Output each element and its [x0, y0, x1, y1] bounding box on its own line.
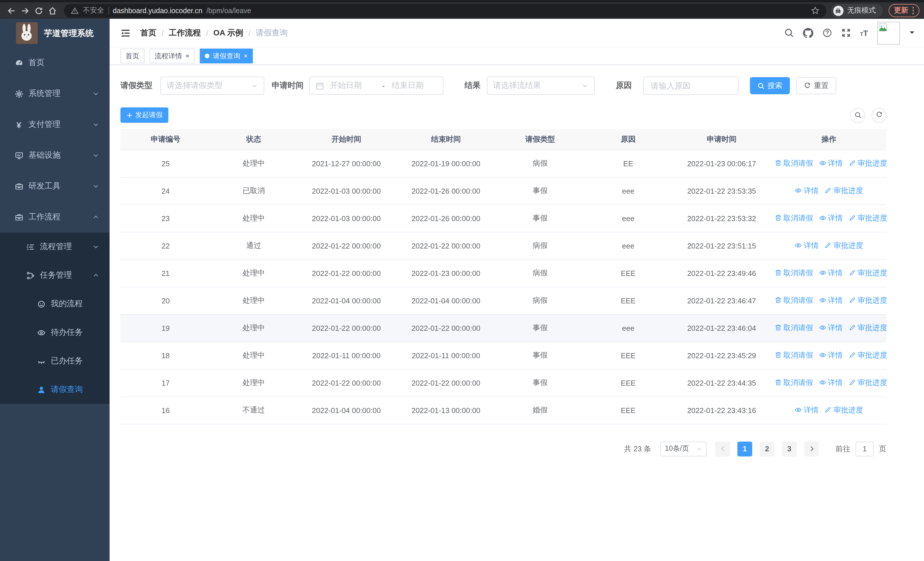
- sidebar-item-toolbox[interactable]: 研发工具: [0, 171, 110, 202]
- detail-action-link[interactable]: 详情: [819, 213, 843, 223]
- progress-action-link[interactable]: 审批进度: [848, 378, 887, 388]
- close-icon[interactable]: ×: [244, 53, 248, 59]
- prev-page-button[interactable]: [715, 441, 730, 456]
- back-button[interactable]: [4, 4, 18, 17]
- apply-time-range-picker[interactable]: 开始日期 - 结束日期: [309, 77, 444, 95]
- leave-type-select[interactable]: 请选择请假类型: [160, 77, 264, 95]
- detail-action-link[interactable]: 详情: [795, 186, 819, 196]
- close-icon[interactable]: ×: [186, 53, 189, 59]
- detail-action-link[interactable]: 详情: [819, 350, 843, 361]
- avatar-caret-icon[interactable]: [909, 29, 915, 36]
- table-row: 17处理中2022-01-22 00:00:002022-01-22 00:00…: [120, 369, 886, 397]
- app-logo-row[interactable]: 芋道管理系统: [0, 19, 110, 47]
- create-leave-button[interactable]: 发起请假: [120, 107, 168, 123]
- cell-type: 病假: [496, 150, 584, 177]
- cell-apply_time: 2022-01-22 23:46:04: [672, 314, 771, 341]
- eye-icon: [36, 328, 46, 337]
- filter-form: 请假类型 请选择请假类型 申请时间 开始日期: [120, 77, 886, 95]
- sidebar-item-face[interactable]: 我的流程: [0, 290, 110, 318]
- progress-action-link[interactable]: 审批进度: [824, 405, 863, 415]
- fullscreen-icon[interactable]: [841, 28, 851, 38]
- cell-reason: EEE: [584, 341, 672, 369]
- cancel-action-link[interactable]: 取消请假: [774, 378, 813, 388]
- cancel-action-link[interactable]: 取消请假: [774, 268, 813, 278]
- eye-sm-icon: [819, 160, 826, 167]
- detail-action-link[interactable]: 详情: [819, 158, 843, 168]
- progress-action-link[interactable]: 审批进度: [848, 323, 887, 333]
- cell-status: 处理中: [211, 205, 297, 232]
- result-select[interactable]: 请选择流结果: [487, 77, 595, 95]
- progress-action-link[interactable]: 审批进度: [848, 295, 887, 305]
- table-row: 22通过2022-01-22 00:00:002022-01-22 00:00:…: [120, 232, 886, 259]
- cancel-action-link[interactable]: 取消请假: [774, 295, 813, 305]
- detail-action-link[interactable]: 详情: [795, 241, 819, 251]
- home-button[interactable]: [46, 4, 59, 17]
- sidebar-item-monitor[interactable]: 基础设施: [0, 140, 110, 171]
- browser-menu-icon[interactable]: [912, 7, 914, 14]
- toggle-search-button[interactable]: [850, 108, 865, 123]
- sidebar-item-yen[interactable]: ¥支付管理: [0, 109, 110, 140]
- refresh-table-button[interactable]: [872, 108, 886, 123]
- progress-action-link[interactable]: 审批进度: [824, 186, 863, 196]
- progress-action-link[interactable]: 审批进度: [848, 268, 887, 278]
- leave-type-label: 请假类型: [120, 81, 152, 91]
- page-3-button[interactable]: 3: [782, 441, 797, 456]
- bookmark-star-icon[interactable]: [811, 6, 819, 15]
- forward-button[interactable]: [18, 4, 32, 17]
- cancel-action-link[interactable]: 取消请假: [774, 213, 813, 223]
- detail-action-link[interactable]: 详情: [795, 405, 819, 415]
- sidebar-item-briefcase[interactable]: 工作流程: [0, 202, 110, 233]
- page-size-value: 10条/页: [665, 444, 689, 454]
- sidebar-toggle-icon[interactable]: [120, 28, 131, 38]
- detail-action-link[interactable]: 详情: [819, 268, 843, 278]
- cell-reason: EEE: [584, 369, 672, 397]
- cancel-action-link[interactable]: 取消请假: [774, 350, 813, 361]
- reset-button[interactable]: 重置: [796, 77, 836, 94]
- progress-action-link[interactable]: 审批进度: [848, 213, 887, 223]
- next-page-button[interactable]: [804, 441, 819, 456]
- incognito-badge: 无痕模式: [831, 4, 883, 17]
- reason-input[interactable]: [643, 77, 738, 95]
- breadcrumb-item[interactable]: 首页: [140, 28, 156, 38]
- view-tab[interactable]: 流程详情×: [150, 48, 195, 63]
- cancel-action-link[interactable]: 取消请假: [774, 323, 813, 333]
- sidebar-item-user[interactable]: 请假查询: [0, 375, 110, 404]
- search-button[interactable]: 搜索: [750, 77, 790, 94]
- address-bar[interactable]: 不安全 dashboard.yudao.iocoder.cn /bpm/oa/l…: [64, 4, 826, 17]
- sidebar-menu: 首页系统管理¥支付管理基础设施研发工具工作流程流程管理任务管理我的流程待办任务已…: [0, 47, 110, 404]
- progress-action-link[interactable]: 审批进度: [848, 158, 887, 168]
- trash-icon: [774, 297, 782, 304]
- browser-chrome: 不安全 dashboard.yudao.iocoder.cn /bpm/oa/l…: [0, 0, 924, 19]
- detail-action-link[interactable]: 详情: [819, 323, 843, 333]
- avatar[interactable]: [877, 21, 900, 44]
- page-2-button[interactable]: 2: [760, 441, 774, 456]
- font-size-icon[interactable]: TT: [860, 28, 868, 38]
- sidebar-item-flow[interactable]: 任务管理: [0, 261, 110, 290]
- sidebar-item-gear[interactable]: 系统管理: [0, 78, 110, 109]
- detail-action-link[interactable]: 详情: [819, 295, 843, 305]
- sidebar-item-list-tree[interactable]: 流程管理: [0, 233, 110, 261]
- reload-button[interactable]: [32, 4, 46, 17]
- view-tab[interactable]: 首页: [120, 48, 144, 63]
- column-header: 开始时间: [297, 129, 396, 150]
- cancel-action-link[interactable]: 取消请假: [774, 158, 813, 168]
- breadcrumb-item[interactable]: 工作流程: [169, 28, 201, 38]
- github-icon[interactable]: [803, 28, 813, 38]
- detail-action-link[interactable]: 详情: [819, 378, 843, 388]
- search-icon[interactable]: [784, 28, 794, 38]
- breadcrumb-item[interactable]: OA 示例: [213, 28, 243, 38]
- briefcase-icon: [14, 212, 23, 222]
- update-button[interactable]: 更新: [888, 4, 920, 17]
- sidebar-item-eye-closed[interactable]: 已办任务: [0, 347, 110, 375]
- sidebar-item-dashboard[interactable]: 首页: [0, 47, 110, 78]
- page-1-button[interactable]: 1: [737, 441, 752, 456]
- help-icon[interactable]: [822, 28, 832, 38]
- trash-icon: [774, 215, 782, 222]
- progress-action-link[interactable]: 审批进度: [824, 241, 863, 251]
- page-size-select[interactable]: 10条/页: [660, 441, 706, 456]
- breadcrumb-separator: /: [206, 28, 208, 38]
- goto-page-input[interactable]: [855, 441, 874, 456]
- sidebar-item-eye[interactable]: 待办任务: [0, 318, 110, 347]
- view-tab[interactable]: 请假查询×: [200, 48, 253, 63]
- progress-action-link[interactable]: 审批进度: [848, 350, 887, 361]
